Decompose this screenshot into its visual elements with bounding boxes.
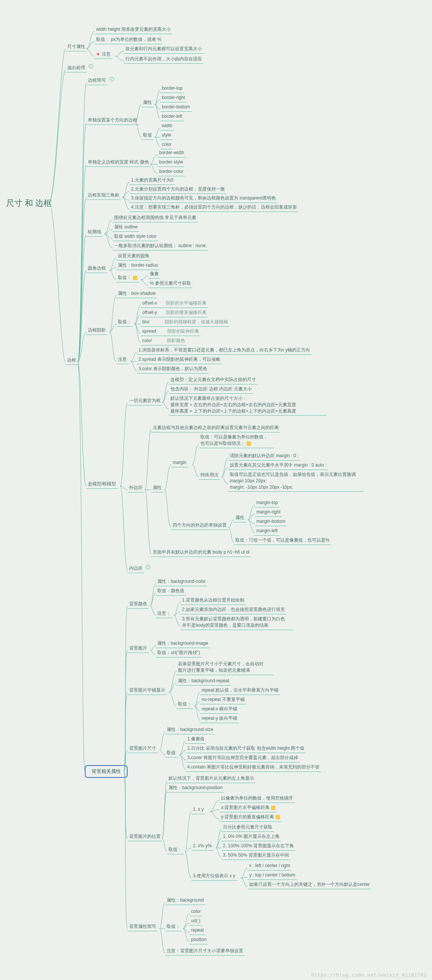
s2[interactable]: 取值：: [116, 318, 133, 327]
shadow[interactable]: 边框阴影: [86, 326, 107, 335]
bs: border-style: [158, 158, 184, 167]
outline[interactable]: 轮廓线: [86, 228, 103, 237]
r3-label: 取值：: [118, 275, 131, 280]
bgpA2[interactable]: y:背景图片的垂直偏移距离: [220, 813, 282, 822]
bg-repeat[interactable]: 背景图片平铺显示: [128, 686, 167, 695]
root-node[interactable]: 尺寸 和 边框: [6, 198, 52, 209]
bgShD: position: [190, 936, 208, 944]
sn3: 3.color 表示阴影颜色，默认为黑色: [137, 365, 209, 374]
wh-note2: 行内元素不起作用，大小由内容自适应: [124, 55, 203, 64]
padding-toggle[interactable]: +: [146, 565, 150, 570]
b-color: color: [160, 141, 173, 149]
b-side-val[interactable]: 取值: [142, 131, 153, 140]
s2b: offset-y阴影的垂直偏移距离: [141, 309, 208, 317]
b-right: border-right: [160, 94, 187, 102]
b-side[interactable]: 单独设置某个方向的边框: [86, 116, 139, 125]
note-icon: [271, 806, 276, 810]
overflow[interactable]: 溢出处理: [66, 64, 87, 72]
ml: margin-left: [255, 527, 279, 536]
bgr0: 若果背景图片尺寸小于元素尺寸，会自动对 图片进行重复平铺，知道把元素铺满: [176, 660, 274, 675]
border[interactable]: 边框: [66, 356, 78, 365]
bgSh2[interactable]: 取值：: [165, 923, 182, 931]
bgrD: repeat-y 纵向平铺: [200, 714, 239, 723]
ms2: 设置元素在其父元素中水平居中 margin : 0 auto ;: [228, 461, 328, 470]
bgsD: 4.contain 将图片等比拉伸至刚好被元素容纳，未填充到的部分不管: [186, 763, 321, 772]
bgcn3: 3.所有元素默认背景颜色都为透明，新建窗口为白色 并不是body的背景颜色，是窗…: [180, 615, 293, 630]
t4: 4.注意：想要实现三角标，必须设置四个方向的边框，缺少的话，边框会回复成矩形: [129, 203, 298, 212]
m4-attr[interactable]: 属性: [234, 514, 246, 522]
note-icon: [247, 441, 251, 446]
bgSh3: 注意：背景图片尺寸大小需要单独设置: [165, 947, 245, 956]
bgp1: 属性：background-position: [167, 784, 224, 792]
m4[interactable]: 四个方向的外边距单独设置: [171, 521, 228, 530]
bgi2: 取值：url("图片路径"): [156, 649, 202, 657]
bgs1: 属性：background-size: [165, 726, 215, 734]
mr: margin-right: [255, 508, 282, 517]
bc: border-color: [158, 168, 185, 176]
margin[interactable]: 外边距: [128, 484, 144, 492]
bgrC: repeat-x 横向平铺: [200, 705, 239, 714]
bgsA: 1.像素值: [186, 735, 206, 744]
bgsB: 2.百分比 采用当前元素的尺寸获取 包含width height 两个值: [186, 745, 306, 753]
dim-attr[interactable]: 尺寸属性: [66, 43, 87, 51]
bgpA[interactable]: 1. x y: [191, 806, 205, 814]
r1: 设置元素的圆角: [116, 252, 151, 261]
b-left: border-left: [160, 113, 184, 121]
r3b: % 参照元素尺寸获取: [148, 279, 193, 288]
wh-val[interactable]: 取值： px为单位的数值，或者 %: [94, 36, 163, 44]
m-val[interactable]: 取值：可以是像素为单位的数值， 也可以是%取值情况：: [199, 433, 274, 448]
mt: margin-top: [255, 499, 279, 508]
bgpC1: x : left / center / right: [248, 862, 292, 870]
bgc-note[interactable]: 注意：: [156, 609, 172, 618]
bgpA1[interactable]: x:背景图片水平偏移距离: [220, 804, 277, 812]
r2: 属性：border-radius: [116, 261, 159, 270]
bgpC3: 如果只设置一个方向上的关键之，另外一个方向默认是center: [248, 881, 371, 889]
s2a: offset-x阴影的水平偏移距离: [141, 299, 208, 308]
o1: 围绕在元素边框周围的线 常见于表单元素: [113, 214, 198, 223]
bgp0: 默认情况下，背景图片从元素的左上角显示: [167, 775, 256, 783]
radius[interactable]: 圆角边框: [86, 264, 107, 273]
bgShC: repeat: [190, 926, 205, 935]
sn2: 2.spread 表示阴影的延伸距离，可以省略: [137, 356, 222, 364]
bg-pos[interactable]: 背景图片的位置: [128, 833, 162, 841]
watermark: https://blog.csdn.net/weixin_42181701: [311, 972, 427, 978]
bgpB3: 3. 50% 50% 背景图片显示在中间: [222, 851, 290, 860]
note-icon: [276, 815, 280, 819]
t3: 3.保留指定方向的边框颜色可见，剩余边框颜色设置为 transparent透明色: [129, 194, 277, 203]
r3[interactable]: 取值：: [116, 274, 139, 282]
overflow-toggle[interactable]: +: [89, 64, 93, 68]
triangle[interactable]: 边框实现三角标: [86, 191, 121, 200]
m0: 元素边框与其他元素边框之前的距离设置元素与元素之间的距离: [151, 424, 281, 433]
wh-note[interactable]: ★注意: [94, 50, 112, 59]
bgpB2: 2. 100% 100% 背景图显示在右下角: [222, 842, 295, 851]
wh-item[interactable]: width height 用来改变元素的宽高大小: [94, 25, 172, 34]
bg[interactable]: 背景相关属性: [85, 765, 128, 778]
s-note[interactable]: 注意: [116, 356, 128, 364]
bgp2[interactable]: 取值：: [167, 846, 183, 854]
margin-lbl[interactable]: margin: [171, 459, 188, 467]
bg-color[interactable]: 背景颜色: [128, 600, 148, 609]
b-style: style: [160, 131, 173, 140]
bshort-toggle[interactable]: +: [110, 77, 114, 81]
bgcn1: 1.背景颜色从边框位置开始绘制: [180, 596, 246, 605]
m-attr[interactable]: 属性: [151, 484, 163, 492]
bgpB[interactable]: 2. x% y%: [191, 842, 213, 851]
bg-short[interactable]: 背景属性简写: [128, 923, 158, 931]
sn1: 1.浏览器坐标系，不管是窗口还是元素，都已左上角为原点，向右乡下为x y轴的正方…: [137, 346, 311, 355]
ab1: 盒模型：定义元素在文档中实际占据的尺寸: [169, 376, 257, 384]
bgs2[interactable]: 取值: [165, 749, 177, 757]
bgpC[interactable]: 3.使用方位值表示 x y: [191, 872, 237, 881]
bgr2[interactable]: 取值：: [176, 700, 193, 709]
b-sep[interactable]: 单独定义边框的宽度 样式 颜色: [86, 158, 150, 167]
padding[interactable]: 内边距: [128, 565, 144, 573]
b-short[interactable]: 边框简写: [86, 76, 107, 85]
bg-img[interactable]: 背景图片: [128, 644, 148, 653]
bg-size[interactable]: 背景图片尺寸: [128, 745, 158, 753]
t1: 1.元素的宽高尺寸为0: [129, 176, 175, 185]
allbox[interactable]: 一切元素皆为框: [128, 397, 162, 406]
m4v: 取值：只给一个值，可以是像素值，也可以是%: [234, 536, 331, 545]
bgrB: no-repeat 不重复平铺: [200, 696, 246, 704]
b-side-attr[interactable]: 属性: [142, 99, 153, 107]
box[interactable]: 盒模型/框模型: [86, 480, 118, 489]
m-spec[interactable]: 特殊用法: [199, 471, 220, 480]
